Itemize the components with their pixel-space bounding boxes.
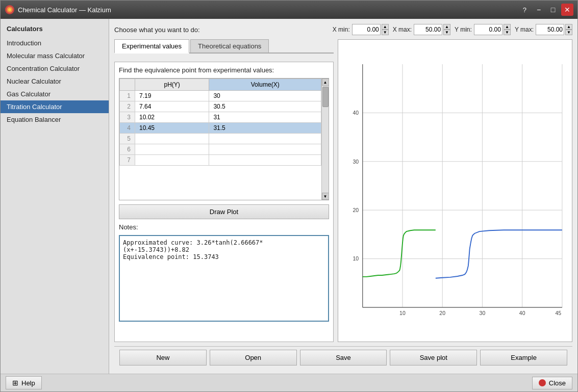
main-content: Calculators Introduction Molecular mass … <box>1 19 577 374</box>
maximize-button[interactable]: □ <box>547 4 559 16</box>
help-icon: ⊞ <box>12 379 18 387</box>
svg-text:20: 20 <box>439 310 445 316</box>
y-min-down[interactable]: ▼ <box>504 30 511 35</box>
ph-cell[interactable]: 7.19 <box>135 91 209 101</box>
titlebar: Chemical Calculator — Kalzium ? − □ ✕ <box>1 1 577 19</box>
y-min-control: Y min: ▲ ▼ <box>455 24 511 35</box>
right-panel: Choose what you want to do: X min: ▲ ▼ X… <box>109 19 577 374</box>
sidebar-item-concentration[interactable]: Concentration Calculator <box>1 62 109 75</box>
titlebar-left: Chemical Calculator — Kalzium <box>5 5 111 15</box>
tab-experimental-values[interactable]: Experimental values <box>114 39 189 54</box>
y-min-spinner: ▲ ▼ <box>504 24 511 35</box>
row-num: 2 <box>120 101 135 112</box>
svg-text:10: 10 <box>399 310 406 316</box>
svg-point-2 <box>8 8 11 11</box>
calculator-box: Find the equivalence point from experime… <box>114 62 334 342</box>
titlebar-controls: ? − □ ✕ <box>523 4 573 16</box>
ph-cell[interactable]: 10.02 <box>135 112 209 123</box>
x-max-up[interactable]: ▲ <box>443 24 450 30</box>
svg-text:10: 10 <box>353 256 359 262</box>
x-max-down[interactable]: ▼ <box>443 30 450 35</box>
bottom-bar: New Open Save Save plot Example <box>114 346 572 369</box>
y-max-input[interactable] <box>536 24 564 35</box>
content-area: Experimental values Theoretical equation… <box>114 39 572 342</box>
table-row-selected[interactable]: 4 10.45 31.5 <box>120 123 321 134</box>
x-max-spinner: ▲ ▼ <box>443 24 450 35</box>
svg-rect-3 <box>338 55 572 327</box>
x-min-spinner: ▲ ▼ <box>382 24 389 35</box>
draw-plot-button[interactable]: Draw Plot <box>119 204 329 219</box>
example-button[interactable]: Example <box>480 350 567 365</box>
y-max-down[interactable]: ▼ <box>565 30 572 35</box>
sidebar-item-titration[interactable]: Titration Calculator <box>1 100 109 113</box>
window-title: Chemical Calculator — Kalzium <box>18 6 111 14</box>
close-label: Close <box>549 379 566 387</box>
y-min-up[interactable]: ▲ <box>504 24 511 30</box>
vol-cell[interactable]: 30 <box>209 91 321 101</box>
table-row[interactable]: 7 <box>120 155 321 166</box>
x-max-control: X max: ▲ ▼ <box>393 24 450 35</box>
vol-cell[interactable]: 31.5 <box>209 123 321 134</box>
save-button[interactable]: Save <box>300 350 387 365</box>
scroll-thumb[interactable] <box>322 87 329 107</box>
table-scroll[interactable]: pH(Y) Volume(X) 1 7.19 30 <box>119 79 321 200</box>
table-row[interactable]: 5 <box>120 134 321 144</box>
sidebar-item-nuclear[interactable]: Nuclear Calculator <box>1 75 109 88</box>
x-min-control: X min: ▲ ▼ <box>333 24 389 35</box>
save-plot-button[interactable]: Save plot <box>390 350 477 365</box>
sidebar-item-gas[interactable]: Gas Calculator <box>1 88 109 100</box>
notes-label: Notes: <box>119 223 329 231</box>
table-row[interactable]: 6 <box>120 144 321 155</box>
x-max-input[interactable] <box>414 24 442 35</box>
sidebar-item-equation[interactable]: Equation Balancer <box>1 113 109 126</box>
row-num: 5 <box>120 134 135 144</box>
scroll-down-arrow[interactable]: ▼ <box>322 193 329 200</box>
new-button[interactable]: New <box>119 350 207 365</box>
y-min-input[interactable] <box>474 24 502 35</box>
vol-cell[interactable] <box>209 155 321 166</box>
footer: ⊞ Help Close <box>1 374 577 391</box>
data-table: pH(Y) Volume(X) 1 7.19 30 <box>119 79 321 166</box>
sidebar-item-introduction[interactable]: Introduction <box>1 37 109 49</box>
vol-cell[interactable] <box>209 134 321 144</box>
x-min-label: X min: <box>333 26 350 33</box>
ph-cell[interactable]: 7.64 <box>135 101 209 112</box>
table-row[interactable]: 2 7.64 30.5 <box>120 101 321 112</box>
ph-cell[interactable] <box>135 134 209 144</box>
help-button[interactable]: ⊞ Help <box>6 376 42 389</box>
y-max-up[interactable]: ▲ <box>565 24 572 30</box>
table-row[interactable]: 3 10.02 31 <box>120 112 321 123</box>
x-min-input[interactable] <box>352 24 381 35</box>
y-max-label: Y max: <box>515 26 534 33</box>
graph-svg: 10 20 30 40 10 20 30 40 45 <box>338 40 572 342</box>
col-vol-header: Volume(X) <box>209 79 321 91</box>
x-min-down[interactable]: ▼ <box>382 30 389 35</box>
sidebar: Calculators Introduction Molecular mass … <box>1 19 109 374</box>
x-max-label: X max: <box>393 26 412 33</box>
y-max-spinner: ▲ ▼ <box>565 24 572 35</box>
scroll-up-arrow[interactable]: ▲ <box>322 79 329 86</box>
svg-text:45: 45 <box>555 310 561 316</box>
row-num: 3 <box>120 112 135 123</box>
x-min-up[interactable]: ▲ <box>382 24 389 30</box>
svg-text:40: 40 <box>519 310 525 316</box>
open-button[interactable]: Open <box>210 350 297 365</box>
row-num: 7 <box>120 155 135 166</box>
ph-cell[interactable]: 10.45 <box>135 123 209 134</box>
vol-cell[interactable]: 31 <box>209 112 321 123</box>
ph-cell[interactable] <box>135 155 209 166</box>
minimize-button[interactable]: − <box>533 4 545 16</box>
table-scrollbar: ▲ ▼ <box>321 79 329 200</box>
tab-theoretical-equations[interactable]: Theoretical equations <box>190 39 269 53</box>
vol-cell[interactable]: 30.5 <box>209 101 321 112</box>
sidebar-item-molecular[interactable]: Molecular mass Calculator <box>1 49 109 62</box>
close-button[interactable]: Close <box>532 377 572 389</box>
vol-cell[interactable] <box>209 144 321 155</box>
notes-textarea[interactable]: Approximated curve: 3.26*tanh(2.66667*(x… <box>119 235 329 322</box>
ph-cell[interactable] <box>135 144 209 155</box>
svg-text:30: 30 <box>353 159 359 165</box>
col-num-header <box>120 79 135 91</box>
window-close-button[interactable]: ✕ <box>561 4 573 16</box>
close-icon <box>539 379 546 386</box>
table-row[interactable]: 1 7.19 30 <box>120 91 321 101</box>
